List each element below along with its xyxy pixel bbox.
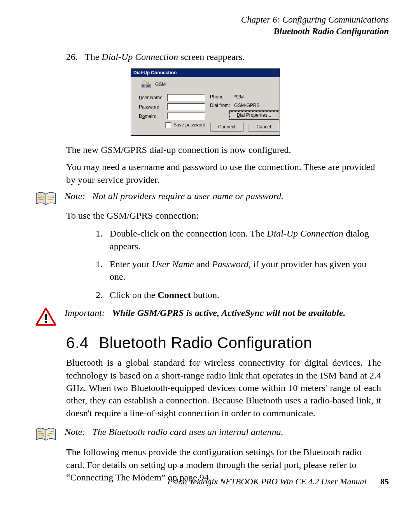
chapter-title: Chapter 6: Configuring Communications (31, 14, 389, 26)
dial-properties-button[interactable]: Dial Properties... (229, 110, 279, 120)
password-label: Password: (139, 104, 164, 110)
paragraph-credentials: You may need a username and password to … (66, 161, 381, 186)
page-footer: Psion Teklogix NETBOOK PRO Win CE 4.2 Us… (168, 477, 389, 487)
book-icon (35, 426, 57, 443)
step-number: 26. (66, 51, 79, 63)
note-text: Not all providers require a user name or… (92, 190, 284, 202)
phone-value: *99# (234, 94, 244, 100)
connect-button[interactable]: Connect (210, 122, 243, 131)
cancel-button[interactable]: Cancel (248, 122, 279, 131)
substep-1: 1. Double-click on the connection icon. … (93, 227, 373, 252)
note-text: The Bluetooth radio card uses an interna… (92, 426, 283, 438)
important-label: Important: (65, 307, 105, 319)
note-antenna: Note: The Bluetooth radio card uses an i… (31, 426, 389, 443)
note-label: Note: (65, 426, 85, 438)
page-header: Chapter 6: Configuring Communications Bl… (31, 14, 389, 37)
dialog-titlebar: Dial-Up Connection (131, 69, 280, 77)
section-subtitle: Bluetooth Radio Configuration (31, 26, 389, 37)
username-input[interactable] (167, 94, 205, 101)
step-text: The Dial-Up Connection screen reappears. (85, 51, 245, 63)
important-activesync: Important: While GSM/GPRS is active, Act… (31, 307, 389, 327)
connection-icon (140, 79, 151, 89)
step-26: 26. The Dial-Up Connection screen reappe… (66, 51, 389, 63)
paragraph-bluetooth-intro: Bluetooth is a global standard for wirel… (66, 356, 381, 419)
important-text: While GSM/GPRS is active, ActiveSync wil… (112, 307, 345, 319)
save-password-label: Save password (173, 122, 205, 128)
substep-2: 1. Enter your User Name and Password, if… (93, 258, 373, 283)
section-number: 6.4 (66, 332, 89, 353)
dialfrom-value: GSM-GPRS (234, 102, 259, 109)
section-heading-6-4: 6.4 Bluetooth Radio Configuration (66, 332, 389, 353)
domain-input[interactable] (167, 112, 205, 120)
domain-label: Domain: (139, 113, 164, 119)
section-title: Bluetooth Radio Configuration (99, 332, 312, 353)
book-icon (35, 190, 57, 207)
note-providers: Note: Not all providers require a user n… (31, 190, 389, 207)
phone-label: Phone: (210, 94, 232, 100)
page-number: 85 (380, 477, 389, 486)
paragraph-configured: The new GSM/GPRS dial-up connection is n… (66, 144, 381, 156)
warning-icon (35, 307, 57, 327)
page: Chapter 6: Configuring Communications Bl… (0, 0, 420, 510)
note-label: Note: (65, 190, 85, 202)
dialfrom-label: Dial from: (210, 102, 232, 109)
save-password-checkbox[interactable] (165, 122, 171, 128)
password-input[interactable] (167, 103, 205, 110)
dialup-dialog: Dial-Up Connection GSM User Name: Passwo… (131, 68, 280, 136)
paragraph-touse: To use the GSM/GPRS connection: (66, 209, 381, 222)
footer-text: Psion Teklogix NETBOOK PRO Win CE 4.2 Us… (168, 477, 367, 486)
username-label: User Name: (139, 95, 164, 101)
substep-3: 2. Click on the Connect button. (93, 289, 373, 301)
connection-name: GSM (155, 81, 166, 88)
